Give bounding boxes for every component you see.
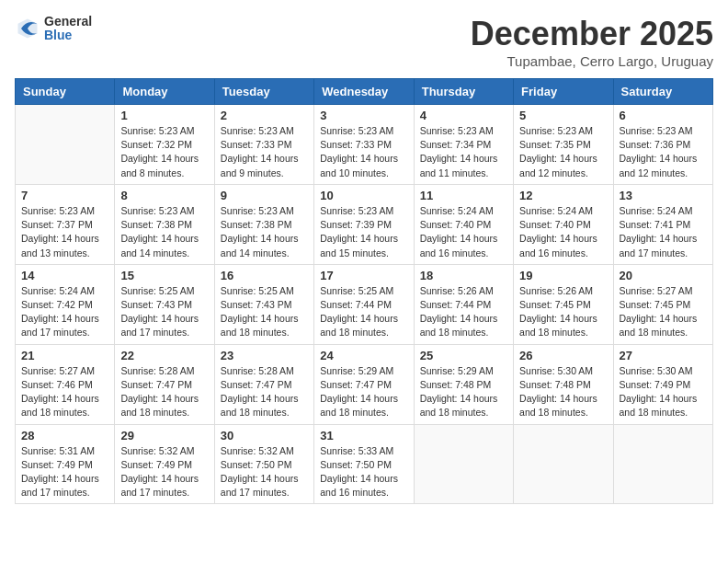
- calendar-cell: 8Sunrise: 5:23 AMSunset: 7:38 PMDaylight…: [115, 184, 214, 264]
- calendar-cell: [613, 424, 712, 504]
- calendar-cell: 20Sunrise: 5:27 AMSunset: 7:45 PMDayligh…: [613, 264, 712, 344]
- calendar-cell: 14Sunrise: 5:24 AMSunset: 7:42 PMDayligh…: [16, 264, 115, 344]
- day-info: Sunrise: 5:30 AMSunset: 7:49 PMDaylight:…: [620, 364, 707, 420]
- day-number: 26: [519, 349, 607, 362]
- day-info: Sunrise: 5:24 AMSunset: 7:42 PMDaylight:…: [21, 284, 108, 340]
- day-info: Sunrise: 5:23 AMSunset: 7:34 PMDaylight:…: [420, 124, 507, 180]
- calendar-cell: 18Sunrise: 5:26 AMSunset: 7:44 PMDayligh…: [414, 264, 513, 344]
- day-number: 28: [21, 429, 108, 442]
- calendar-cell: 25Sunrise: 5:29 AMSunset: 7:48 PMDayligh…: [414, 344, 513, 424]
- day-info: Sunrise: 5:24 AMSunset: 7:40 PMDaylight:…: [519, 204, 607, 260]
- day-info: Sunrise: 5:32 AMSunset: 7:49 PMDaylight:…: [120, 444, 208, 500]
- page-header: General Blue December 2025 Tupambae, Cer…: [15, 15, 713, 69]
- calendar-cell: 27Sunrise: 5:30 AMSunset: 7:49 PMDayligh…: [613, 344, 712, 424]
- weekday-header-wednesday: Wednesday: [314, 79, 414, 105]
- day-info: Sunrise: 5:24 AMSunset: 7:41 PMDaylight:…: [620, 204, 707, 260]
- weekday-header-tuesday: Tuesday: [214, 79, 313, 105]
- day-number: 13: [620, 189, 707, 202]
- day-number: 16: [221, 269, 308, 282]
- day-info: Sunrise: 5:32 AMSunset: 7:50 PMDaylight:…: [221, 444, 308, 500]
- day-number: 8: [120, 189, 208, 202]
- calendar-cell: [514, 424, 613, 504]
- calendar-cell: 7Sunrise: 5:23 AMSunset: 7:37 PMDaylight…: [16, 184, 115, 264]
- day-number: 15: [120, 269, 208, 282]
- title-section: December 2025 Tupambae, Cerro Largo, Uru…: [471, 15, 713, 69]
- location-subtitle: Tupambae, Cerro Largo, Uruguay: [471, 53, 713, 69]
- day-number: 5: [519, 109, 607, 122]
- day-info: Sunrise: 5:26 AMSunset: 7:44 PMDaylight:…: [420, 284, 507, 340]
- day-number: 14: [21, 269, 108, 282]
- day-number: 7: [21, 189, 108, 202]
- day-info: Sunrise: 5:24 AMSunset: 7:40 PMDaylight:…: [420, 204, 507, 260]
- day-number: 25: [420, 349, 507, 362]
- calendar-cell: 3Sunrise: 5:23 AMSunset: 7:33 PMDaylight…: [314, 105, 414, 185]
- day-info: Sunrise: 5:23 AMSunset: 7:33 PMDaylight:…: [320, 124, 407, 180]
- day-info: Sunrise: 5:26 AMSunset: 7:45 PMDaylight:…: [519, 284, 607, 340]
- day-number: 11: [420, 189, 507, 202]
- day-number: 30: [221, 429, 308, 442]
- day-info: Sunrise: 5:25 AMSunset: 7:43 PMDaylight:…: [120, 284, 208, 340]
- calendar-cell: 6Sunrise: 5:23 AMSunset: 7:36 PMDaylight…: [613, 105, 712, 185]
- day-info: Sunrise: 5:28 AMSunset: 7:47 PMDaylight:…: [221, 364, 308, 420]
- calendar-cell: 13Sunrise: 5:24 AMSunset: 7:41 PMDayligh…: [613, 184, 712, 264]
- day-info: Sunrise: 5:31 AMSunset: 7:49 PMDaylight:…: [21, 444, 108, 500]
- calendar-cell: 11Sunrise: 5:24 AMSunset: 7:40 PMDayligh…: [414, 184, 513, 264]
- day-info: Sunrise: 5:23 AMSunset: 7:39 PMDaylight:…: [320, 204, 407, 260]
- week-row-5: 28Sunrise: 5:31 AMSunset: 7:49 PMDayligh…: [16, 424, 713, 504]
- weekday-header-monday: Monday: [115, 79, 214, 105]
- calendar-cell: 24Sunrise: 5:29 AMSunset: 7:47 PMDayligh…: [314, 344, 414, 424]
- day-info: Sunrise: 5:23 AMSunset: 7:36 PMDaylight:…: [620, 124, 707, 180]
- day-number: 1: [120, 109, 208, 122]
- day-number: 17: [320, 269, 407, 282]
- calendar-table: SundayMondayTuesdayWednesdayThursdayFrid…: [15, 78, 713, 504]
- day-info: Sunrise: 5:25 AMSunset: 7:44 PMDaylight:…: [320, 284, 407, 340]
- weekday-header-sunday: Sunday: [16, 79, 115, 105]
- day-info: Sunrise: 5:27 AMSunset: 7:45 PMDaylight:…: [620, 284, 707, 340]
- calendar-cell: 28Sunrise: 5:31 AMSunset: 7:49 PMDayligh…: [16, 424, 115, 504]
- calendar-cell: 31Sunrise: 5:33 AMSunset: 7:50 PMDayligh…: [314, 424, 414, 504]
- logo-general-text: General: [44, 15, 92, 29]
- day-info: Sunrise: 5:27 AMSunset: 7:46 PMDaylight:…: [21, 364, 108, 420]
- calendar-cell: 9Sunrise: 5:23 AMSunset: 7:38 PMDaylight…: [214, 184, 313, 264]
- week-row-2: 7Sunrise: 5:23 AMSunset: 7:37 PMDaylight…: [16, 184, 713, 264]
- calendar-cell: [414, 424, 513, 504]
- day-number: 3: [320, 109, 407, 122]
- logo-text: General Blue: [44, 15, 92, 43]
- day-number: 18: [420, 269, 507, 282]
- day-number: 2: [221, 109, 308, 122]
- logo: General Blue: [15, 15, 92, 43]
- calendar-cell: 23Sunrise: 5:28 AMSunset: 7:47 PMDayligh…: [214, 344, 313, 424]
- calendar-cell: 4Sunrise: 5:23 AMSunset: 7:34 PMDaylight…: [414, 105, 513, 185]
- day-number: 20: [620, 269, 707, 282]
- calendar-cell: 10Sunrise: 5:23 AMSunset: 7:39 PMDayligh…: [314, 184, 414, 264]
- day-number: 9: [221, 189, 308, 202]
- day-info: Sunrise: 5:29 AMSunset: 7:48 PMDaylight:…: [420, 364, 507, 420]
- day-number: 23: [221, 349, 308, 362]
- day-info: Sunrise: 5:23 AMSunset: 7:38 PMDaylight:…: [221, 204, 308, 260]
- logo-blue-text: Blue: [44, 29, 92, 42]
- weekday-header-row: SundayMondayTuesdayWednesdayThursdayFrid…: [16, 79, 713, 105]
- calendar-cell: 19Sunrise: 5:26 AMSunset: 7:45 PMDayligh…: [514, 264, 613, 344]
- calendar-cell: 15Sunrise: 5:25 AMSunset: 7:43 PMDayligh…: [115, 264, 214, 344]
- calendar-cell: [16, 105, 115, 185]
- weekday-header-thursday: Thursday: [414, 79, 513, 105]
- day-info: Sunrise: 5:29 AMSunset: 7:47 PMDaylight:…: [320, 364, 407, 420]
- day-info: Sunrise: 5:23 AMSunset: 7:33 PMDaylight:…: [221, 124, 308, 180]
- calendar-cell: 21Sunrise: 5:27 AMSunset: 7:46 PMDayligh…: [16, 344, 115, 424]
- day-number: 31: [320, 429, 407, 442]
- calendar-cell: 2Sunrise: 5:23 AMSunset: 7:33 PMDaylight…: [214, 105, 313, 185]
- day-info: Sunrise: 5:23 AMSunset: 7:32 PMDaylight:…: [120, 124, 208, 180]
- calendar-cell: 12Sunrise: 5:24 AMSunset: 7:40 PMDayligh…: [514, 184, 613, 264]
- day-number: 29: [120, 429, 208, 442]
- calendar-cell: 29Sunrise: 5:32 AMSunset: 7:49 PMDayligh…: [115, 424, 214, 504]
- day-number: 24: [320, 349, 407, 362]
- month-title: December 2025: [471, 15, 713, 53]
- day-info: Sunrise: 5:33 AMSunset: 7:50 PMDaylight:…: [320, 444, 407, 500]
- calendar-cell: 30Sunrise: 5:32 AMSunset: 7:50 PMDayligh…: [214, 424, 313, 504]
- day-number: 6: [620, 109, 707, 122]
- day-number: 19: [519, 269, 607, 282]
- weekday-header-friday: Friday: [514, 79, 613, 105]
- day-info: Sunrise: 5:23 AMSunset: 7:38 PMDaylight:…: [120, 204, 208, 260]
- day-number: 27: [620, 349, 707, 362]
- calendar-cell: 1Sunrise: 5:23 AMSunset: 7:32 PMDaylight…: [115, 105, 214, 185]
